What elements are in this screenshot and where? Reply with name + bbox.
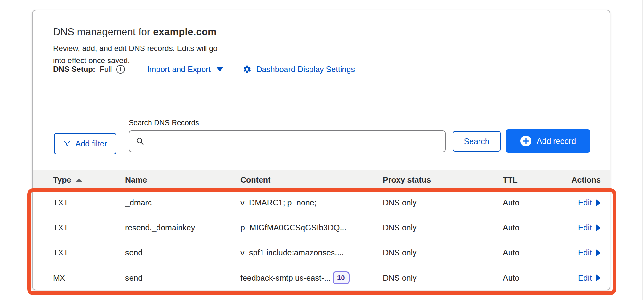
column-header-type[interactable]: Type xyxy=(53,175,125,185)
table-row: TXT send v=spf1 include:amazonses.... DN… xyxy=(33,240,610,265)
search-box[interactable] xyxy=(129,130,446,152)
cell-proxy-status: DNS only xyxy=(383,273,503,283)
edit-label: Edit xyxy=(578,273,592,283)
edit-label: Edit xyxy=(578,223,592,232)
edit-label: Edit xyxy=(578,198,592,207)
plus-circle-icon xyxy=(520,135,532,147)
edit-record-link[interactable]: Edit xyxy=(578,273,601,283)
page-title: DNS management for example.com xyxy=(53,26,217,38)
cell-name: _dmarc xyxy=(125,198,240,207)
add-filter-label: Add filter xyxy=(76,139,107,148)
column-header-content[interactable]: Content xyxy=(240,175,383,185)
cell-content: v=spf1 include:amazonses.... xyxy=(240,248,383,257)
sort-ascending-icon xyxy=(76,178,82,182)
cell-content-text: feedback-smtp.us-east-... xyxy=(240,273,331,283)
import-export-link[interactable]: Import and Export xyxy=(147,65,224,74)
mx-priority-badge: 10 xyxy=(333,271,349,284)
table-row: TXT resend._domainkey p=MIGfMA0GCSqGSIb3… xyxy=(33,215,610,240)
search-label: Search DNS Records xyxy=(129,119,199,127)
add-record-label: Add record xyxy=(537,137,576,146)
cell-ttl: Auto xyxy=(503,223,565,232)
import-export-label: Import and Export xyxy=(147,65,211,74)
page: DNS management for example.com Review, a… xyxy=(0,0,644,300)
dashboard-display-settings-label: Dashboard Display Settings xyxy=(256,65,355,74)
search-button-label: Search xyxy=(464,137,489,146)
dns-setup-row: DNS Setup: Full i Import and Export Dash… xyxy=(53,62,355,76)
edit-record-link[interactable]: Edit xyxy=(578,248,601,257)
search-input[interactable] xyxy=(150,131,439,152)
cell-content: v=DMARC1; p=none; xyxy=(240,198,383,207)
dashboard-display-settings-link[interactable]: Dashboard Display Settings xyxy=(243,65,355,74)
column-header-ttl[interactable]: TTL xyxy=(503,175,565,185)
dns-setup-label: DNS Setup: xyxy=(53,65,95,74)
add-filter-button[interactable]: Add filter xyxy=(54,133,116,154)
edit-record-link[interactable]: Edit xyxy=(578,223,601,232)
cell-type: MX xyxy=(53,273,125,283)
cell-content: feedback-smtp.us-east-... 10 xyxy=(240,271,383,284)
dns-management-card: DNS management for example.com Review, a… xyxy=(32,10,610,290)
add-record-button[interactable]: Add record xyxy=(506,129,590,153)
search-button[interactable]: Search xyxy=(453,131,501,152)
chevron-right-icon xyxy=(596,249,601,257)
column-header-type-label: Type xyxy=(53,175,71,185)
info-icon[interactable]: i xyxy=(116,65,125,74)
cell-name: send xyxy=(125,273,240,283)
page-edge-divider xyxy=(642,0,643,300)
table-body: TXT _dmarc v=DMARC1; p=none; DNS only Au… xyxy=(33,190,610,290)
chevron-down-icon xyxy=(216,67,223,71)
table-row: MX send feedback-smtp.us-east-... 10 DNS… xyxy=(33,265,610,290)
cell-ttl: Auto xyxy=(503,248,565,257)
column-header-actions: Actions xyxy=(565,175,601,185)
edit-record-link[interactable]: Edit xyxy=(578,198,601,207)
cell-proxy-status: DNS only xyxy=(383,223,503,232)
table-header-row: Type Name Content Proxy status TTL Actio… xyxy=(33,170,610,190)
cell-type: TXT xyxy=(53,223,125,232)
column-header-proxy-status[interactable]: Proxy status xyxy=(383,175,503,185)
cell-ttl: Auto xyxy=(503,198,565,207)
chevron-right-icon xyxy=(596,274,601,282)
cell-proxy-status: DNS only xyxy=(383,198,503,207)
chevron-right-icon xyxy=(596,224,601,232)
domain-name: example.com xyxy=(153,26,217,38)
cell-ttl: Auto xyxy=(503,273,565,283)
cell-name: resend._domainkey xyxy=(125,223,240,232)
gear-icon xyxy=(243,65,252,74)
filter-funnel-icon xyxy=(63,140,71,147)
table-row: TXT _dmarc v=DMARC1; p=none; DNS only Au… xyxy=(33,190,610,215)
cell-type: TXT xyxy=(53,248,125,257)
dns-setup-value: Full xyxy=(100,65,112,74)
edit-label: Edit xyxy=(578,248,592,257)
cell-name: send xyxy=(125,248,240,257)
column-header-name[interactable]: Name xyxy=(125,175,240,185)
search-icon xyxy=(136,137,145,146)
chevron-right-icon xyxy=(596,199,601,207)
page-title-prefix: DNS management for xyxy=(53,26,150,38)
cell-proxy-status: DNS only xyxy=(383,248,503,257)
cell-content: p=MIGfMA0GCSqGSIb3DQ... xyxy=(240,223,383,232)
cell-type: TXT xyxy=(53,198,125,207)
